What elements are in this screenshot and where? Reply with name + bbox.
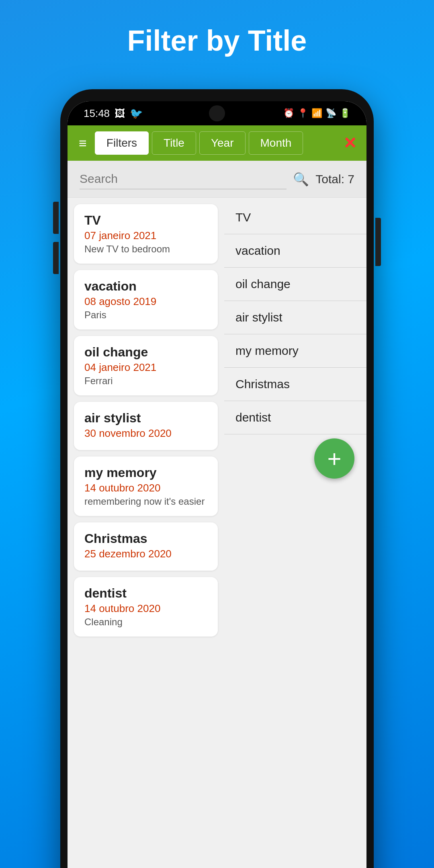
list-item-air-stylist[interactable]: air stylist [224,301,366,334]
toolbar: ≡ Filters Title Year Month ✕ [68,125,366,161]
right-column: TV vacation oil change air stylist my me… [224,198,366,868]
card-oil-change[interactable]: oil change 04 janeiro 2021 Ferrari [74,336,218,395]
card-vacation-desc: Paris [84,309,207,321]
page-title: Filter by Title [127,24,307,57]
card-memory-title: my memory [84,465,207,480]
card-vacation[interactable]: vacation 08 agosto 2019 Paris [74,270,218,330]
card-my-memory[interactable]: my memory 14 outubro 2020 remembering no… [74,457,218,516]
card-christmas[interactable]: Christmas 25 dezembro 2020 [74,522,218,571]
search-icon[interactable]: 🔍 [293,172,309,187]
year-button[interactable]: Year [199,131,246,155]
list-item-dentist[interactable]: dentist [224,401,366,434]
phone-device: 15:48 🖼 🐦 ⏰ 📍 📶 📡 🔋 ≡ Filters Title Year… [60,89,374,868]
list-item-vacation[interactable]: vacation [224,234,366,268]
card-tv[interactable]: TV 07 janeiro 2021 New TV to bedroom [74,204,218,264]
card-vacation-title: vacation [84,279,207,294]
twitter-icon: 🐦 [130,107,143,120]
card-christmas-date: 25 dezembro 2020 [84,548,207,560]
card-tv-date: 07 janeiro 2021 [84,229,207,242]
list-item-my-memory[interactable]: my memory [224,334,366,368]
list-item-christmas[interactable]: Christmas [224,368,366,401]
card-oil-desc: Ferrari [84,375,207,387]
card-dentist-date: 14 outubro 2020 [84,602,207,615]
card-dentist-desc: Cleaning [84,616,207,628]
card-vacation-date: 08 agosto 2019 [84,295,207,308]
card-christmas-title: Christmas [84,531,207,546]
close-button[interactable]: ✕ [340,131,360,156]
card-air-title: air stylist [84,411,207,426]
list-item-oil-change[interactable]: oil change [224,268,366,301]
card-tv-desc: New TV to bedroom [84,244,207,255]
card-dentist[interactable]: dentist 14 outubro 2020 Cleaning [74,577,218,637]
cards-list: TV 07 janeiro 2021 New TV to bedroom vac… [68,198,224,868]
total-count: Total: 7 [315,172,354,186]
camera-notch [209,105,225,121]
card-memory-date: 14 outubro 2020 [84,482,207,494]
status-left: 15:48 🖼 🐦 [84,107,143,120]
card-oil-date: 04 janeiro 2021 [84,361,207,374]
card-oil-title: oil change [84,345,207,360]
phone-screen: 15:48 🖼 🐦 ⏰ 📍 📶 📡 🔋 ≡ Filters Title Year… [68,101,366,868]
fab-area: + [224,434,366,483]
wifi-icon: 📶 [311,108,322,119]
signal-icon: 📡 [326,108,336,119]
search-bar: 🔍 Total: 7 [68,161,366,198]
location-icon: 📍 [297,108,308,119]
title-button[interactable]: Title [152,131,196,155]
card-memory-desc: remembering now it's easier [84,496,207,507]
status-right: ⏰ 📍 📶 📡 🔋 [283,108,350,119]
card-tv-title: TV [84,213,207,228]
time-display: 15:48 [84,107,110,120]
menu-button[interactable]: ≡ [74,132,92,154]
list-item-tv[interactable]: TV [224,201,366,234]
filters-button[interactable]: Filters [95,131,149,155]
add-button[interactable]: + [314,438,354,479]
alarm-icon: ⏰ [283,108,294,119]
card-air-stylist[interactable]: air stylist 30 novembro 2020 [74,402,218,450]
photo-icon: 🖼 [115,107,125,120]
status-bar: 15:48 🖼 🐦 ⏰ 📍 📶 📡 🔋 [68,101,366,125]
battery-icon: 🔋 [340,108,350,119]
month-button[interactable]: Month [249,131,303,155]
card-dentist-title: dentist [84,586,207,601]
search-input[interactable] [80,169,287,189]
card-air-date: 30 novembro 2020 [84,427,207,440]
main-content: TV 07 janeiro 2021 New TV to bedroom vac… [68,198,366,868]
